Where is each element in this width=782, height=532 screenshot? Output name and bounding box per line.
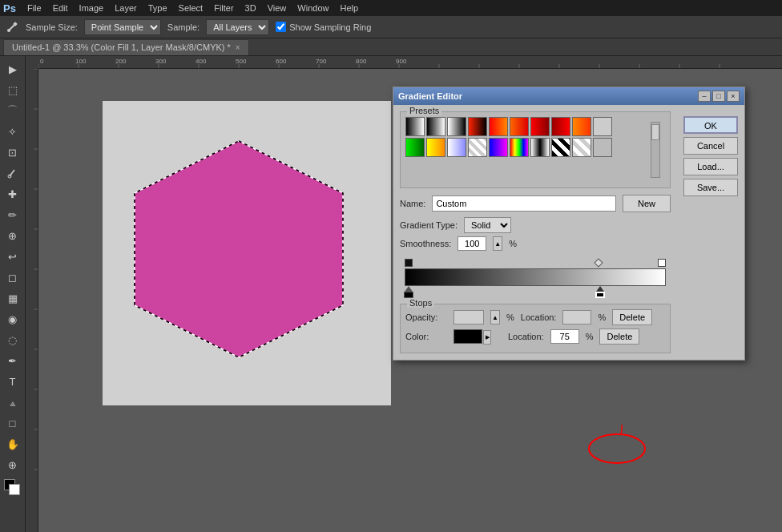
presets-empty-area [405,159,654,183]
preset-8[interactable] [551,117,570,136]
lasso-tool[interactable]: ⌒ [3,101,22,120]
preset-18[interactable] [551,138,570,157]
preset-9[interactable] [572,117,591,136]
presets-scrollbar[interactable] [651,122,660,178]
gradient-type-select[interactable]: Solid Noise [464,217,511,233]
cancel-button[interactable]: Cancel [683,137,738,155]
menu-window[interactable]: Window [292,3,333,13]
color-swatch[interactable]: ▶ [453,329,482,344]
menu-view[interactable]: View [263,3,292,13]
eyedropper-tool[interactable] [3,163,22,183]
sample-size-select[interactable]: Point Sample [84,19,161,35]
gradient-preview-bar[interactable] [405,268,666,286]
dodge-tool[interactable]: ◌ [3,330,22,349]
dialog-minimize-btn[interactable]: – [698,91,711,102]
hand-tool[interactable]: ✋ [3,434,22,453]
opacity-stop-right[interactable] [658,259,666,267]
svg-text:600: 600 [276,58,287,65]
preset-black-transparent[interactable] [405,117,425,136]
opacity-midpoint-diamond[interactable] [594,258,603,267]
zoom-tool[interactable]: ⊕ [3,455,22,474]
preset-4[interactable] [468,117,487,136]
sample-select[interactable]: All Layers [206,19,269,35]
blur-tool[interactable]: ◉ [3,309,22,328]
preset-3[interactable] [447,117,466,136]
move-tool[interactable]: ▶ [3,59,22,79]
dialog-action-buttons: OK Cancel Load... Save... [683,116,738,196]
color-stop-left[interactable] [404,286,413,298]
menu-3d[interactable]: 3D [240,3,261,13]
name-label: Name: [400,199,425,208]
preset-10[interactable] [593,117,612,136]
dialog-maximize-btn[interactable]: □ [712,91,725,102]
color-stop-selected[interactable] [595,286,605,298]
save-button[interactable]: Save... [683,179,738,196]
opacity-location-input[interactable] [562,310,591,324]
opacity-stop-left[interactable] [405,259,413,267]
color-location-input[interactable] [550,329,579,344]
preset-13[interactable] [447,138,466,157]
menu-edit[interactable]: Edit [48,3,73,13]
preset-15[interactable] [489,138,508,157]
menu-type[interactable]: Type [143,3,172,13]
menu-image[interactable]: Image [75,3,109,13]
opacity-stop-row: Opacity: ▲ % Location: % Delete [405,309,665,325]
eraser-tool[interactable]: ◻ [3,268,22,287]
clone-tool[interactable]: ⊕ [3,226,22,245]
healing-tool[interactable]: ✚ [3,184,22,204]
preset-11[interactable] [405,138,425,157]
pen-tool[interactable]: ✒ [3,351,22,370]
ok-button[interactable]: OK [683,116,738,134]
show-sampling-ring-label[interactable]: Show Sampling Ring [276,22,371,32]
preset-14[interactable] [468,138,487,157]
opacity-delete-button[interactable]: Delete [612,309,652,325]
presets-scrollbar-thumb[interactable] [651,124,659,140]
new-button[interactable]: New [623,195,671,212]
load-button[interactable]: Load... [683,158,738,175]
opacity-value-input[interactable] [453,310,484,324]
name-row: Name: New [400,195,671,212]
shape-tool[interactable]: □ [3,413,22,433]
name-input[interactable] [432,195,616,212]
preset-7[interactable] [530,117,550,136]
opacity-stepper[interactable]: ▲ [490,310,500,324]
crop-tool[interactable]: ⊡ [3,143,22,162]
smoothness-input[interactable] [458,236,486,251]
document-tab[interactable]: Untitled-1 @ 33.3% (Color Fill 1, Layer … [3,39,249,55]
brush-tool[interactable]: ✏ [3,205,22,224]
eyedropper-tool-icon[interactable] [5,20,19,34]
preset-20[interactable] [593,138,612,157]
tab-close-btn[interactable]: × [236,43,240,52]
show-sampling-ring-checkbox[interactable] [276,22,286,32]
smoothness-row: Smoothness: ▲ % [400,236,671,251]
smoothness-unit: % [509,239,517,248]
smoothness-stepper[interactable]: ▲ [493,236,502,251]
menu-layer[interactable]: Layer [110,3,142,13]
menu-filter[interactable]: Filter [209,3,238,13]
preset-2[interactable] [426,117,445,136]
color-stop-row: Color: ▶ Location: % Delete [405,328,665,345]
selection-tool[interactable]: ⬚ [3,80,22,99]
preset-16[interactable] [510,138,529,157]
svg-text:200: 200 [115,58,127,65]
menu-file[interactable]: File [22,3,46,13]
svg-rect-34 [26,69,38,532]
history-tool[interactable]: ↩ [3,247,22,266]
path-tool[interactable]: ⟁ [3,393,22,412]
preset-5[interactable] [489,117,508,136]
dialog-window-controls: – □ × [698,91,740,102]
ps-logo: Ps [3,2,16,14]
preset-12[interactable] [426,138,445,157]
presets-group: Presets [400,111,671,188]
dialog-close-btn[interactable]: × [727,91,740,102]
presets-row1 [405,117,654,136]
gradient-tool[interactable]: ▦ [3,288,22,308]
preset-6[interactable] [510,117,529,136]
text-tool[interactable]: T [3,372,22,391]
preset-17[interactable] [530,138,550,157]
menu-select[interactable]: Select [174,3,208,13]
color-delete-button[interactable]: Delete [599,328,639,345]
magic-wand-tool[interactable]: ⟡ [3,122,22,141]
preset-19[interactable] [572,138,591,157]
menu-help[interactable]: Help [335,3,363,13]
